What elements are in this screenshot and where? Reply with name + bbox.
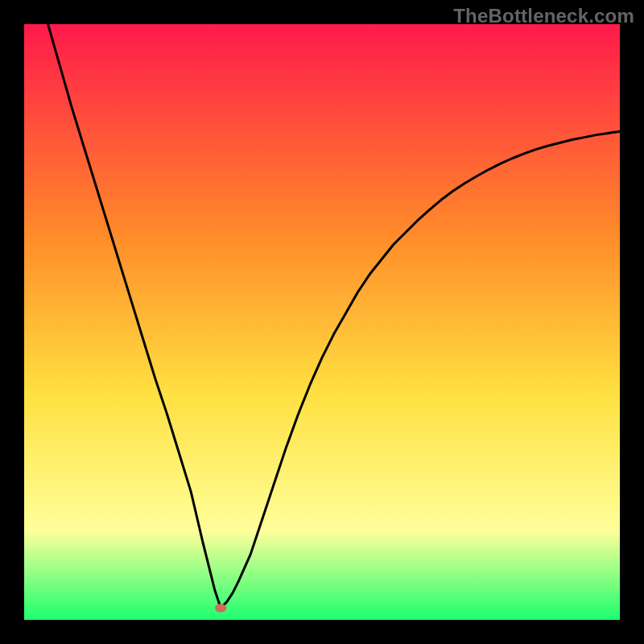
- bottleneck-chart: [24, 24, 620, 620]
- optimum-marker: [215, 604, 226, 612]
- plot-background: [24, 24, 620, 620]
- chart-frame: TheBottleneck.com: [0, 0, 644, 644]
